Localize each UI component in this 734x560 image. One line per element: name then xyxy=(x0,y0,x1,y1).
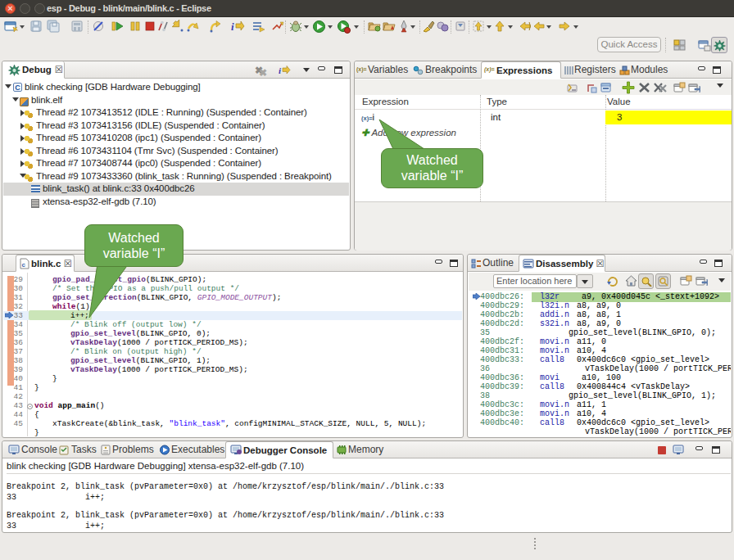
svg-text:i: i xyxy=(231,20,234,33)
svg-text:c: c xyxy=(22,261,26,269)
svg-text:✖: ✖ xyxy=(259,67,267,76)
svg-text:i: i xyxy=(279,65,282,75)
